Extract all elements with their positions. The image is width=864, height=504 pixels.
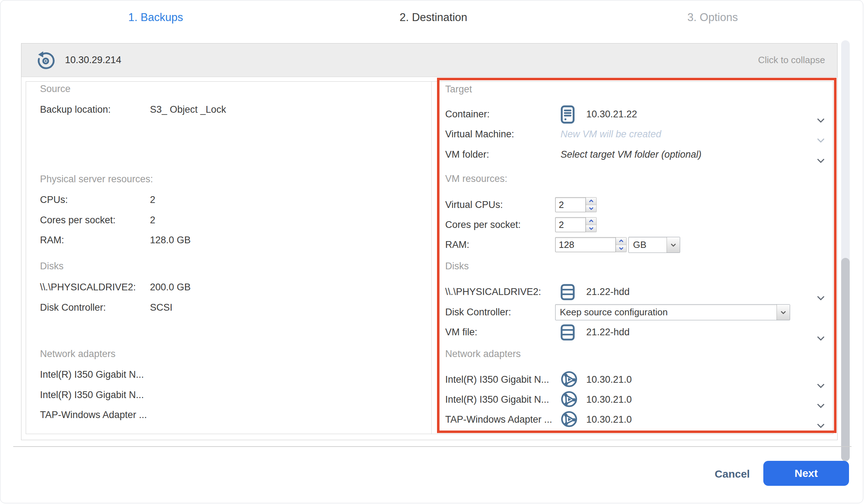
cores-up-button[interactable]	[586, 218, 596, 225]
ram-unit-value: GB	[629, 237, 667, 253]
virtual-machine-placeholder: New VM will be created	[561, 126, 661, 142]
vm-resources-heading: VM resources:	[445, 171, 507, 187]
disk-icon	[561, 324, 578, 342]
virtual-cpus-row: Virtual CPUs:	[21, 197, 837, 213]
target-vm-row[interactable]: Virtual Machine: New VM will be created	[21, 126, 837, 142]
target-disk-value: 21.22-hdd	[586, 284, 630, 300]
ram-stepper[interactable]	[555, 237, 627, 252]
network-icon	[561, 391, 578, 408]
target-adapter-2-network: 10.30.21.0	[586, 392, 632, 407]
container-dropdown-icon[interactable]	[817, 112, 825, 127]
ram-down-button[interactable]	[616, 245, 626, 252]
container-value: 10.30.21.22	[586, 106, 637, 122]
restore-wizard: 1. Backups 2. Destination 3. Options 10.…	[0, 0, 863, 503]
host-panel-body: Source Backup location: S3_ Object _Lock…	[21, 77, 837, 440]
vm-folder-label: VM folder:	[445, 147, 489, 162]
target-cores-label: Cores per socket:	[445, 217, 521, 233]
ram-input[interactable]	[555, 237, 616, 252]
target-adapter-row[interactable]: Intel(R) I350 Gigabit N... 10.30.21.0	[21, 392, 837, 407]
collapse-hint: Click to collapse	[758, 55, 825, 66]
target-cores-row: Cores per socket:	[21, 217, 837, 233]
vm-folder-dropdown-icon[interactable]	[817, 152, 825, 168]
target-disk-controller-row: Disk Controller: Keep source configurati…	[21, 304, 837, 320]
target-network-heading: Network adapters	[445, 346, 521, 362]
target-disk-row[interactable]: \\.\PHYSICALDRIVE2: 21.22-hdd	[21, 284, 837, 300]
target-disk-controller-label: Disk Controller:	[445, 304, 511, 320]
target-ram-label: RAM:	[445, 237, 469, 253]
virtual-cpus-stepper[interactable]	[555, 197, 597, 212]
container-label: Container:	[445, 106, 490, 122]
vertical-scrollbar-thumb[interactable]	[841, 258, 850, 461]
next-button[interactable]: Next	[763, 461, 849, 486]
virtual-cpus-input[interactable]	[555, 197, 586, 212]
target-container-row[interactable]: Container: 10.30.21.22	[21, 106, 837, 122]
target-adapter-1-label: Intel(R) I350 Gigabit N...	[445, 372, 549, 387]
disk-controller-value: Keep source configuration	[556, 305, 777, 320]
disk-controller-select[interactable]: Keep source configuration	[555, 304, 790, 320]
disk-controller-dropdown-icon[interactable]	[777, 305, 790, 320]
vm-file-row[interactable]: VM file: 21.22-hdd	[21, 324, 837, 340]
network-icon	[561, 371, 578, 388]
cores-stepper[interactable]	[555, 217, 597, 232]
host-panel-header[interactable]: 10.30.29.214 Click to collapse	[21, 44, 837, 77]
target-disk-dropdown-icon[interactable]	[817, 289, 825, 305]
network-icon	[561, 411, 578, 428]
target-heading: Target	[445, 81, 472, 97]
target-disks-heading: Disks	[445, 258, 469, 274]
cancel-button[interactable]: Cancel	[705, 465, 759, 483]
cores-input[interactable]	[555, 217, 586, 232]
target-ram-row: RAM: GB	[21, 237, 837, 253]
target-adapter-1-dropdown-icon[interactable]	[817, 377, 825, 393]
virtual-cpus-down-button[interactable]	[586, 205, 596, 212]
target-adapter-3-network: 10.30.21.0	[586, 412, 632, 427]
target-adapter-2-label: Intel(R) I350 Gigabit N...	[445, 392, 549, 407]
step-destination[interactable]: 2. Destination	[400, 11, 467, 24]
target-heading-row: Target	[21, 81, 837, 97]
disk-icon	[561, 284, 578, 301]
vm-file-label: VM file:	[445, 324, 477, 340]
footer-divider	[13, 446, 852, 447]
host-container-icon	[561, 105, 578, 123]
restore-icon	[36, 50, 56, 70]
target-adapter-3-dropdown-icon[interactable]	[817, 417, 825, 433]
host-address: 10.30.29.214	[65, 55, 121, 66]
ram-unit-dropdown-icon[interactable]	[667, 237, 680, 253]
vm-file-dropdown-icon[interactable]	[817, 330, 825, 345]
target-disks-heading-row: Disks	[21, 258, 837, 274]
vm-folder-placeholder: Select target VM folder (optional)	[561, 147, 702, 162]
target-network-heading-row: Network adapters	[21, 346, 837, 362]
ram-unit-select[interactable]: GB	[628, 237, 680, 253]
target-adapter-row[interactable]: TAP-Windows Adapter ... 10.30.21.0	[21, 412, 837, 427]
vm-file-value: 21.22-hdd	[586, 324, 630, 340]
ram-up-button[interactable]	[616, 238, 626, 245]
target-vm-folder-row[interactable]: VM folder: Select target VM folder (opti…	[21, 147, 837, 162]
target-adapter-3-label: TAP-Windows Adapter ...	[445, 412, 552, 427]
vertical-scrollbar-track[interactable]	[841, 40, 850, 461]
step-options[interactable]: 3. Options	[687, 11, 738, 24]
vm-resources-heading-row: VM resources:	[21, 171, 837, 187]
step-backups[interactable]: 1. Backups	[128, 11, 183, 24]
virtual-machine-dropdown-icon[interactable]	[817, 132, 825, 147]
target-adapter-2-dropdown-icon[interactable]	[817, 397, 825, 413]
target-adapter-row[interactable]: Intel(R) I350 Gigabit N... 10.30.21.0	[21, 372, 837, 387]
target-disk-label: \\.\PHYSICALDRIVE2:	[445, 284, 541, 300]
cores-down-button[interactable]	[586, 225, 596, 232]
virtual-cpus-label: Virtual CPUs:	[445, 197, 503, 213]
virtual-machine-label: Virtual Machine:	[445, 126, 514, 142]
target-adapter-1-network: 10.30.21.0	[586, 372, 632, 387]
virtual-cpus-up-button[interactable]	[586, 198, 596, 205]
host-panel: 10.30.29.214 Click to collapse Source Ba…	[21, 43, 838, 440]
